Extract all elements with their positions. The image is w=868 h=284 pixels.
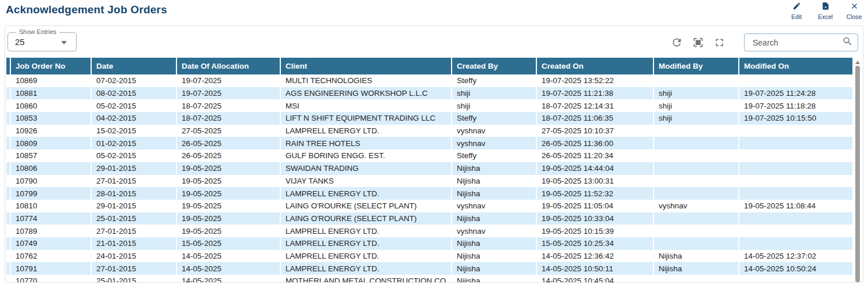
table-row[interactable]: 1080629-01-201519-05-2025SWAIDAN TRADING… bbox=[6, 162, 852, 175]
cell-date-of-allocation: 18-07-2025 bbox=[177, 99, 281, 112]
spacer-cell bbox=[6, 212, 11, 225]
table-row[interactable]: 1079127-01-201514-05-2025LAMPRELL ENERGY… bbox=[6, 262, 852, 275]
cell-modified-on bbox=[739, 137, 852, 150]
cell-created-on: 27-05-2025 10:10:37 bbox=[537, 125, 654, 137]
cell-created-on: 14-05-2025 10:45:04 bbox=[537, 275, 654, 282]
cell-modified-on bbox=[739, 275, 852, 282]
table-row[interactable]: 1086907-02-201519-07-2025MULTI TECHNOLOG… bbox=[6, 74, 852, 87]
refresh-icon bbox=[671, 36, 683, 48]
table-row[interactable]: 1079027-01-201519-05-2025VIJAY TANKSNiji… bbox=[6, 175, 852, 188]
cell-job-order-no: 10809 bbox=[11, 137, 92, 150]
column-header-created-on[interactable]: Created On bbox=[537, 58, 654, 74]
right-controls bbox=[671, 33, 858, 51]
close-button[interactable]: Close bbox=[844, 2, 865, 20]
spacer-cell bbox=[6, 99, 11, 112]
cell-date: 01-02-2015 bbox=[92, 137, 177, 150]
vertical-scrollbar[interactable] bbox=[854, 58, 862, 282]
spacer-cell bbox=[6, 175, 11, 188]
cell-modified-by bbox=[654, 175, 739, 188]
cell-job-order-no: 10869 bbox=[11, 74, 92, 87]
spacer-cell bbox=[6, 87, 11, 100]
cell-date: 27-01-2015 bbox=[92, 225, 177, 237]
edit-icon bbox=[792, 2, 801, 13]
search-input[interactable] bbox=[751, 38, 842, 48]
cell-job-order-no: 10762 bbox=[11, 250, 92, 263]
cell-job-order-no: 10791 bbox=[11, 262, 92, 275]
table-row[interactable]: 1092615-02-201527-05-2025LAMPRELL ENERGY… bbox=[6, 125, 852, 137]
cell-job-order-no: 10853 bbox=[11, 112, 92, 125]
spacer-cell bbox=[6, 162, 11, 175]
cell-modified-by bbox=[654, 237, 739, 250]
cell-date-of-allocation: 18-07-2025 bbox=[177, 112, 281, 125]
column-header-job-order-no[interactable]: Job Order No bbox=[11, 58, 92, 74]
column-header-date-of-allocation[interactable]: Date Of Allocation bbox=[177, 58, 281, 74]
cell-client: LAMPRELL ENERGY LTD. bbox=[281, 237, 452, 250]
cell-modified-on bbox=[739, 162, 852, 175]
table-container: Job Order NoDateDate Of AllocationClient… bbox=[6, 58, 862, 282]
table-row[interactable]: 1077425-01-201519-05-2025LAING O'ROURKE … bbox=[6, 212, 852, 225]
cell-modified-by: Nijisha bbox=[654, 262, 739, 275]
close-button-label: Close bbox=[847, 13, 862, 20]
cell-created-by: Steffy bbox=[452, 112, 537, 125]
cell-modified-by bbox=[654, 275, 739, 282]
column-header-modified-on[interactable]: Modified On bbox=[739, 58, 852, 74]
cell-modified-on: 19-07-2025 11:18:28 bbox=[739, 99, 852, 112]
edit-button[interactable]: Edit bbox=[786, 2, 807, 20]
cell-date: 29-01-2015 bbox=[92, 162, 177, 175]
cell-modified-on bbox=[739, 125, 852, 137]
cell-created-by: Steffy bbox=[452, 74, 537, 87]
spacer-cell bbox=[6, 200, 11, 212]
cell-created-on: 19-05-2025 10:15:39 bbox=[537, 225, 654, 237]
cell-modified-on: 14-05-2025 10:50:24 bbox=[739, 262, 852, 275]
center-focus-button[interactable] bbox=[692, 36, 704, 48]
cell-date-of-allocation: 19-07-2025 bbox=[177, 87, 281, 100]
table-row[interactable]: 1085705-02-201526-05-2025GULF BORING ENG… bbox=[6, 150, 852, 162]
cell-created-on: 19-05-2025 10:33:04 bbox=[537, 212, 654, 225]
cell-job-order-no: 10774 bbox=[11, 212, 92, 225]
scrollbar-up-arrow-icon[interactable] bbox=[855, 61, 860, 64]
column-header-client[interactable]: Client bbox=[281, 58, 452, 74]
show-entries-select[interactable]: Show Entries 25 bbox=[7, 32, 77, 51]
column-header-modified-by[interactable]: Modified By bbox=[654, 58, 739, 74]
table-row[interactable]: 1076224-01-201514-05-2025LAMPRELL ENERGY… bbox=[6, 250, 852, 263]
table-row[interactable]: 1086005-02-201518-07-2025MSIshiji18-07-2… bbox=[6, 99, 852, 112]
table-row[interactable]: 1078927-01-201519-05-2025LAMPRELL ENERGY… bbox=[6, 225, 852, 237]
table-row[interactable]: 1079928-01-201519-05-2025LAMPRELL ENERGY… bbox=[6, 187, 852, 200]
table-row[interactable]: 1088108-02-201519-07-2025AGS ENGINEERING… bbox=[6, 87, 852, 100]
table-row[interactable]: 1081029-01-201519-05-2025LAING O'ROURKE … bbox=[6, 200, 852, 212]
cell-created-by: Steffy bbox=[452, 150, 537, 162]
cell-date: 05-02-2015 bbox=[92, 99, 177, 112]
cell-date: 27-01-2015 bbox=[92, 262, 177, 275]
cell-date: 04-02-2015 bbox=[92, 112, 177, 125]
table-body: 1086907-02-201519-07-2025MULTI TECHNOLOG… bbox=[6, 74, 852, 282]
cell-client: MOTHERLAND METAL CONSTRUCTION CO bbox=[281, 275, 452, 282]
refresh-button[interactable] bbox=[671, 36, 683, 48]
cell-job-order-no: 10790 bbox=[11, 175, 92, 188]
cell-modified-on bbox=[739, 237, 852, 250]
cell-modified-by bbox=[654, 225, 739, 237]
cell-date-of-allocation: 19-05-2025 bbox=[177, 212, 281, 225]
cell-modified-by bbox=[654, 74, 739, 87]
excel-button[interactable]: x Excel bbox=[815, 2, 836, 20]
cell-job-order-no: 10881 bbox=[11, 87, 92, 100]
cell-created-by: vyshnav bbox=[452, 200, 537, 212]
table-row[interactable]: 1077025-01-201514-05-2025MOTHERLAND META… bbox=[6, 275, 852, 282]
cell-date: 15-02-2015 bbox=[92, 125, 177, 137]
spacer-cell bbox=[6, 262, 11, 275]
cell-modified-on bbox=[739, 175, 852, 188]
cell-created-by: Nijisha bbox=[452, 212, 537, 225]
search-icon[interactable] bbox=[842, 36, 853, 49]
cell-created-on: 19-07-2025 11:21:38 bbox=[537, 87, 654, 100]
cell-modified-by bbox=[654, 187, 739, 200]
fullscreen-button[interactable] bbox=[713, 36, 726, 48]
search-box bbox=[744, 33, 858, 51]
page-title: Acknowledgement Job Orders bbox=[6, 3, 167, 16]
cell-job-order-no: 10926 bbox=[11, 125, 92, 137]
scrollbar-thumb[interactable] bbox=[855, 66, 860, 282]
table-row[interactable]: 1080901-02-201526-05-2025RAIN TREE HOTEL… bbox=[6, 137, 852, 150]
table-row[interactable]: 1085304-02-201518-07-2025LIFT N SHIFT EQ… bbox=[6, 112, 852, 125]
column-header-created-by[interactable]: Created By bbox=[452, 58, 537, 74]
cell-client: LAING O'ROURKE (SELECT PLANT) bbox=[281, 212, 452, 225]
table-row[interactable]: 1074921-01-201515-05-2025LAMPRELL ENERGY… bbox=[6, 237, 852, 250]
column-header-date[interactable]: Date bbox=[92, 58, 177, 74]
